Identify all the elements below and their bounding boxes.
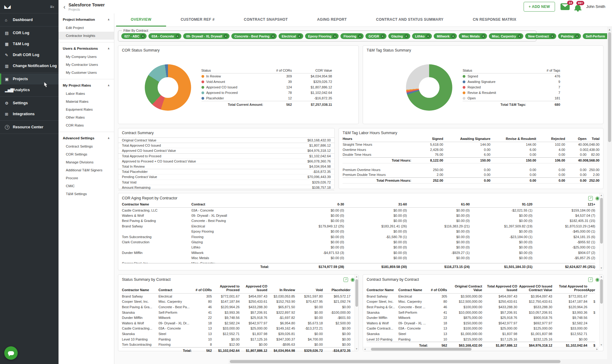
- filter-chip[interactable]: Misc. Carpentry×: [489, 33, 523, 39]
- visibility-icon[interactable]: ◉: [350, 277, 355, 282]
- sidebar-sub-item[interactable]: Additional T&M Signers: [59, 166, 114, 174]
- scroll-down-icon[interactable]: ▼: [600, 266, 603, 270]
- sidebar-sub-item[interactable]: Equipment Rates: [59, 105, 114, 113]
- scrollbar-thumb[interactable]: [230, 360, 560, 363]
- sidebar-item[interactable]: ▂▅▇Analytics: [0, 84, 59, 95]
- scroll-down-icon[interactable]: ▼: [355, 347, 358, 351]
- filter-chip[interactable]: 09- Drywall - XL Drywall×: [183, 33, 230, 39]
- sidebar-sub-item[interactable]: CMiC: [59, 182, 114, 190]
- sidebar-sub-item[interactable]: Edit Project: [59, 24, 114, 32]
- scroll-down-icon[interactable]: ▼: [600, 343, 603, 347]
- sidebar-sub-item[interactable]: Manage Divisions: [59, 158, 114, 166]
- chip-close-icon[interactable]: ×: [358, 34, 362, 38]
- chip-close-icon[interactable]: ×: [575, 34, 579, 38]
- scrollbar-thumb[interactable]: [371, 348, 471, 351]
- chip-close-icon[interactable]: ×: [297, 34, 301, 38]
- sidebar-sub-item[interactable]: Procore: [59, 174, 114, 182]
- scroll-left-icon[interactable]: ◄: [363, 348, 367, 351]
- scroll-up-icon[interactable]: ▲: [600, 275, 603, 279]
- tab-aging-report[interactable]: AGING REPORT: [302, 13, 361, 27]
- sidebar-item[interactable]: ✎Draft COR Log: [0, 49, 59, 60]
- sidebar-collapse-icon[interactable]: ≡‹: [50, 4, 54, 9]
- sidebar-sub-item[interactable]: My Contractor Users: [59, 61, 114, 69]
- sidebar-item[interactable]: ⌂Dashboard: [0, 14, 59, 25]
- back-icon[interactable]: ‹: [63, 3, 66, 10]
- filter-chip[interactable]: New Contract×: [525, 33, 556, 39]
- scroll-up-icon[interactable]: ▲: [600, 193, 603, 197]
- chip-close-icon[interactable]: ×: [224, 34, 228, 38]
- filter-chip[interactable]: Epoxy Flooring×: [305, 33, 339, 39]
- sidebar-sub-item[interactable]: COR Rates: [59, 121, 114, 129]
- sidebar-item[interactable]: ?Resource Center: [0, 122, 59, 133]
- scroll-up-icon[interactable]: ▲: [355, 275, 358, 279]
- legend-row: Void Amount39$329,026.72: [201, 79, 332, 84]
- chip-close-icon[interactable]: ×: [333, 34, 337, 38]
- chip-close-icon[interactable]: ×: [404, 34, 408, 38]
- filter-chip[interactable]: Millwork×: [434, 33, 457, 39]
- export-icon[interactable]: ↗: [343, 277, 348, 282]
- summary-row: Total Void$329,026.72: [118, 180, 334, 185]
- sidebar-item[interactable]: ▣Projects: [0, 73, 59, 84]
- sidebar-sub-item[interactable]: Contract Settings: [59, 142, 114, 150]
- chip-close-icon[interactable]: ×: [518, 34, 521, 38]
- filter-chip[interactable]: Flooring×: [340, 33, 364, 39]
- tab-contract-snapshot[interactable]: CONTRACT SNAPSHOT: [229, 13, 302, 27]
- filter-chip[interactable]: Painting×: [558, 33, 581, 39]
- visibility-icon[interactable]: ◉: [595, 196, 600, 201]
- filter-chip[interactable]: 03A - Concrete×: [148, 33, 181, 39]
- chip-close-icon[interactable]: ×: [550, 34, 554, 38]
- filter-chip[interactable]: Electrical×: [279, 33, 303, 39]
- tab-cn-response-matrix[interactable]: CN RESPONSE MATRIX: [458, 13, 531, 27]
- filter-chip[interactable]: Concrete - Best Paving×: [231, 33, 277, 39]
- sidebar-sub-item[interactable]: Other Rates: [59, 113, 114, 121]
- sidebar-item[interactable]: ▦T&M Log: [0, 38, 59, 49]
- user-menu[interactable]: John Smith: [586, 5, 605, 9]
- filter-chip[interactable]: Glazing×: [388, 33, 410, 39]
- scroll-right-icon[interactable]: ►: [595, 348, 599, 351]
- legend-dot-icon: [463, 75, 465, 78]
- add-new-button[interactable]: + ADD NEW: [524, 2, 555, 12]
- notifications-button[interactable]: 99+: [575, 4, 581, 10]
- scrollbar-thumb[interactable]: [600, 279, 603, 304]
- chevron-up-icon[interactable]: ∧: [108, 47, 110, 50]
- scroll-up-icon[interactable]: ▲: [608, 27, 611, 32]
- sidebar-sub-item[interactable]: COR Settings: [59, 150, 114, 158]
- sidebar-item[interactable]: ⚙Settings: [0, 98, 59, 109]
- tab-contract-status-summary[interactable]: CONTRACT AND STATUS SUMMARY: [361, 13, 458, 27]
- chevron-up-icon[interactable]: ∧: [108, 18, 110, 21]
- tab-customer-ref[interactable]: CUSTOMER REF #: [166, 13, 229, 27]
- visibility-icon[interactable]: ◉: [595, 277, 600, 282]
- sidebar-item[interactable]: ⊞Integrations: [0, 109, 59, 120]
- sidebar-sub-item[interactable]: Material Rates: [59, 98, 114, 105]
- chip-close-icon[interactable]: ×: [451, 34, 455, 38]
- scrollbar-thumb[interactable]: [600, 198, 603, 244]
- export-icon[interactable]: ↗: [588, 196, 593, 201]
- filter-chip[interactable]: GC/GR×: [365, 33, 386, 39]
- chip-close-icon[interactable]: ×: [271, 34, 275, 38]
- sidebar-logo-row: ◣◢ ≡‹: [0, 0, 59, 13]
- export-icon[interactable]: ↗: [588, 277, 593, 282]
- scrollbar-thumb[interactable]: [355, 279, 358, 307]
- filter-chip[interactable]: Lithko×: [412, 33, 432, 39]
- sidebar-item[interactable]: ▥Change Notification Log: [0, 60, 59, 71]
- sidebar-sub-item[interactable]: T&M Settings: [59, 190, 114, 198]
- chip-close-icon[interactable]: ×: [426, 34, 430, 38]
- sidebar-sub-item[interactable]: My Customer Users: [59, 69, 114, 77]
- chip-close-icon[interactable]: ×: [381, 34, 385, 38]
- filter-chip[interactable]: 027 - ABC×: [121, 33, 147, 39]
- chip-close-icon[interactable]: ×: [176, 34, 180, 38]
- chip-close-icon[interactable]: ×: [141, 34, 145, 38]
- tab-overview[interactable]: OVERVIEW: [116, 13, 166, 27]
- sidebar-item[interactable]: ▤COR Log: [0, 27, 59, 38]
- sidebar-sub-item[interactable]: Labor Rates: [59, 90, 114, 98]
- chevron-up-icon[interactable]: ∧: [108, 137, 110, 140]
- filter-chip[interactable]: Self-Perform×: [583, 33, 607, 39]
- messages-button[interactable]: 14: [560, 3, 570, 10]
- sidebar-sub-item[interactable]: My Company Users: [59, 53, 114, 61]
- chip-close-icon[interactable]: ×: [481, 34, 485, 38]
- filter-chip[interactable]: Misc Metals×: [459, 33, 487, 39]
- chevron-up-icon[interactable]: ∧: [108, 84, 110, 87]
- sidebar-sub-item[interactable]: Contractor Insights: [59, 32, 114, 40]
- chat-widget-button[interactable]: [4, 346, 18, 360]
- scrollbar-thumb[interactable]: [608, 32, 611, 142]
